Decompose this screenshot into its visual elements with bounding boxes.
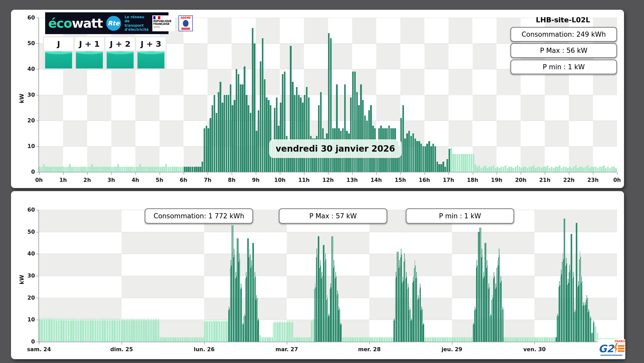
french-flag-icon	[153, 16, 160, 19]
g2e-logo-row: G2 FRANCE	[598, 343, 625, 354]
date-label: vendredi 30 janvier 2026	[269, 139, 402, 158]
daily-consumption-stat: Consommation: 249 kWh	[510, 27, 617, 42]
daily-pmin-stat: P min : 1 kW	[510, 60, 617, 74]
ademe-logo: ADEME	[179, 15, 193, 31]
forecast-tile-j2[interactable]: J + 2	[105, 37, 135, 69]
ecowatt-logo: écowatt	[48, 17, 103, 30]
g2e-logo: G2 FRANCE	[598, 339, 625, 359]
forecast-tile-j3-status-icon	[137, 52, 164, 68]
forecast-tile-j2-status-icon	[107, 52, 134, 68]
ecowatt-rte-banner: écowatt Rte Le réseau de transport d'éle…	[45, 12, 169, 34]
ademe-sub-lines	[181, 27, 190, 30]
forecast-tile-j3[interactable]: J + 3	[136, 37, 166, 69]
ecowatt-dashboard: 0h1h2h3h4h5h6h7h8h9h10h11h12h13h14h15h16…	[0, 0, 644, 363]
weekly-consumption-stat: Consommation: 1 772 kWh	[145, 208, 253, 224]
republique-francaise-logo: RÉPUBLIQUE FRANÇAISE	[152, 15, 175, 31]
rte-tagline-line1: Le réseau	[125, 15, 149, 19]
forecast-tile-j1-status-icon	[76, 52, 103, 68]
ecowatt-logo-watt: watt	[72, 16, 103, 31]
weekly-pmin-stat: P min : 1 kW	[406, 208, 514, 224]
ademe-label: ADEME	[181, 16, 191, 19]
lightning-bolt-icon	[614, 343, 618, 354]
rte-tagline: Le réseau de transport d'électricité	[125, 15, 149, 31]
forecast-tile-j2-label: J + 2	[105, 37, 135, 51]
g2e-name: G2	[598, 344, 614, 354]
site-title: LHB-site-L02L	[510, 16, 616, 24]
rte-tagline-line2: de transport	[125, 19, 149, 27]
ecowatt-logo-eco: éco	[48, 16, 72, 31]
g2e-country: FRANCE	[615, 340, 626, 343]
ademe-globe-icon	[183, 20, 189, 27]
republique-line2: FRANÇAISE	[153, 23, 174, 25]
weekly-pmax-stat: P Max : 57 kW	[279, 208, 387, 224]
forecast-tile-j[interactable]: J	[44, 37, 74, 69]
forecast-tile-j-label: J	[44, 37, 74, 51]
ecowatt-forecast-tiles: J J + 1 J + 2 J + 3	[43, 36, 167, 70]
g2e-e-glyph	[618, 345, 625, 352]
forecast-tile-j1[interactable]: J + 1	[74, 37, 104, 69]
rte-tagline-line3: d'électricité	[125, 27, 149, 32]
republique-motto	[153, 26, 174, 28]
forecast-tile-j3-label: J + 3	[136, 37, 166, 51]
daily-pmax-stat: P Max : 56 kW	[510, 43, 617, 58]
forecast-tile-j1-label: J + 1	[74, 37, 104, 51]
rte-logo-icon: Rte	[106, 16, 121, 31]
forecast-tile-j-status-icon	[45, 52, 72, 68]
republique-line1: RÉPUBLIQUE	[153, 20, 174, 23]
g2e-tagline-line	[600, 355, 622, 356]
